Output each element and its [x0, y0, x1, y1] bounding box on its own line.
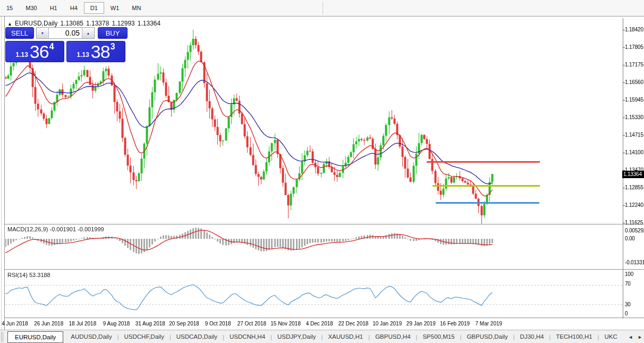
- timeframe-h1[interactable]: H1: [44, 2, 64, 14]
- price-tick-label: 1.12240: [625, 202, 643, 208]
- price-tick-label: 1.17175: [625, 62, 643, 68]
- tab-scroll-right-icon[interactable]: ►: [638, 334, 642, 340]
- macd-axis-label: 0.00: [625, 236, 635, 241]
- tab-scroll-left-icon[interactable]: ◄: [628, 334, 633, 340]
- macd-axis-label: -0.01331: [625, 260, 644, 265]
- price-tick-label: 1.14715: [625, 132, 643, 138]
- mt4-terminal: 15M30H1H4D1W1MN ▲EURUSD,Daily1.130851.13…: [0, 0, 644, 343]
- price-tick-label: 1.17805: [625, 44, 643, 50]
- rsi-axis-label: 70: [625, 281, 631, 287]
- sell-button[interactable]: SELL: [5, 27, 34, 39]
- tab-sp500-m15[interactable]: SP500,M15: [417, 331, 460, 343]
- sell-price-button[interactable]: 1.13 36 4: [5, 41, 64, 62]
- date-tick-label: 26 Jun 2018: [34, 321, 63, 327]
- sell-price-prefix: 1.13: [15, 51, 28, 58]
- tab-usdjpy-daily[interactable]: USDJPY,Daily: [272, 331, 321, 343]
- tab-eurusd-daily[interactable]: EURUSD,Daily: [7, 331, 63, 343]
- tab-tech100-h1[interactable]: TECH100,H1: [550, 331, 597, 343]
- timeframe-d1[interactable]: D1: [84, 2, 104, 14]
- date-tick-label: 9 Oct 2018: [205, 321, 231, 327]
- tab-gbpusd-daily[interactable]: GBPUSD,Daily: [461, 331, 513, 343]
- buy-price-big: 38: [91, 41, 110, 62]
- date-tick-label: 31 Aug 2018: [135, 321, 165, 327]
- ohlc-high: 1.13378: [86, 20, 109, 27]
- buy-price-button[interactable]: 1.13 38 3: [66, 41, 125, 62]
- rsi-axis-label: 100: [625, 271, 633, 277]
- date-tick-label: 22 Dec 2018: [338, 321, 369, 327]
- ohlc-open: 1.13085: [61, 20, 83, 27]
- rsi-axis-label: 0: [625, 311, 628, 316]
- macd-axis-label: 0.005292: [625, 228, 644, 233]
- current-price-badge: 1.13364: [622, 171, 644, 178]
- timeframe-15[interactable]: 15: [0, 2, 19, 14]
- timeframe-w1[interactable]: W1: [104, 2, 126, 14]
- sell-price-pip: 4: [49, 42, 54, 52]
- timeframe-mn[interactable]: MN: [125, 2, 147, 14]
- date-tick-label: 29 Jan 2019: [406, 321, 436, 327]
- macd-label: MACD(12,26,9) -0.001901 -0.001999: [7, 226, 104, 232]
- ohlc-low: 1.12993: [112, 20, 134, 27]
- rsi-indicator-canvas[interactable]: [5, 270, 623, 318]
- volume-input[interactable]: [49, 28, 82, 38]
- price-tick-label: 1.14100: [625, 149, 643, 155]
- price-tick-label: 1.11625: [625, 220, 643, 225]
- panel-splitter[interactable]: [5, 269, 644, 270]
- window-edge: [1, 16, 2, 330]
- date-tick-label: 7 Mar 2019: [476, 321, 503, 327]
- panel-splitter: [5, 317, 644, 319]
- timeframe-h4[interactable]: H4: [64, 2, 84, 14]
- price-tick-label: 1.15945: [625, 97, 643, 103]
- price-tick-label: 1.15330: [625, 114, 643, 120]
- tab-usdchf-daily[interactable]: USDCHF,Daily: [119, 331, 170, 343]
- tab-gbpusd-h4[interactable]: GBPUSD,H4: [370, 331, 416, 343]
- window-edge: [4, 16, 5, 330]
- date-tick-label: 4 Dec 2018: [306, 321, 333, 327]
- tab-xauusd-h1[interactable]: XAUUSD,H1: [323, 331, 368, 343]
- tab-scroll-arrows: ◄ ►: [625, 330, 642, 343]
- chart-tab-bar: EURUSD,DailyAUDUSD,Daily|USDCHF,Daily|US…: [0, 330, 644, 343]
- chart-symbol-label: EURUSD,Daily: [15, 20, 58, 27]
- date-tick-label: 20 Sep 2018: [169, 321, 199, 327]
- date-tick-label: 9 Aug 2018: [103, 321, 130, 327]
- price-tick-label: 1.18420: [625, 27, 643, 32]
- ohlc-close: 1.13364: [138, 20, 160, 27]
- tab-usdcnh-h4[interactable]: USDCNH,H4: [224, 331, 270, 343]
- chart-title: ▲EURUSD,Daily1.130851.133781.129931.1336…: [7, 20, 163, 27]
- buy-price-prefix: 1.13: [77, 51, 89, 58]
- tab-dj30-h4[interactable]: DJ30,H4: [515, 331, 549, 343]
- tab-usdcad-daily[interactable]: USDCAD,Daily: [171, 331, 223, 343]
- date-tick-label: 18 Jul 2018: [69, 321, 97, 327]
- date-tick-label: 4 Jun 2018: [2, 321, 28, 327]
- tab-ukc[interactable]: UKC: [599, 331, 622, 343]
- chart-window[interactable]: ▲EURUSD,Daily1.130851.133781.129931.1336…: [0, 16, 644, 330]
- rsi-axis-label: 30: [625, 302, 631, 307]
- panel-splitter[interactable]: [5, 224, 644, 225]
- timeframe-m30[interactable]: M30: [19, 2, 43, 14]
- volume-decrease-button[interactable]: ▼: [37, 28, 49, 38]
- date-tick-label: 27 Oct 2018: [238, 321, 266, 327]
- buy-button[interactable]: BUY: [98, 27, 128, 39]
- date-tick-label: 15 Nov 2018: [270, 321, 301, 327]
- buy-price-pip: 3: [111, 42, 115, 52]
- tabbar-grip: [1, 332, 2, 342]
- volume-increase-button[interactable]: ▲: [82, 28, 94, 38]
- price-tick-label: 1.12855: [625, 185, 643, 190]
- volume-stepper: ▼ ▲: [36, 27, 95, 39]
- chart-marker-icon: ▲: [7, 21, 12, 27]
- rsi-label: RSI(14) 53.3188: [7, 272, 50, 278]
- price-axis-border: [623, 18, 623, 319]
- date-tick-label: 16 Feb 2019: [440, 321, 470, 327]
- tab-audusd-daily[interactable]: AUDUSD,Daily: [65, 331, 117, 343]
- price-tick-label: 1.16560: [625, 79, 643, 85]
- timeframe-toolbar: 15M30H1H4D1W1MN: [0, 0, 644, 16]
- one-click-trading-panel: SELL ▼ ▲ BUY 1.13 36 4 1.13 38 3: [5, 27, 128, 63]
- date-tick-label: 10 Jan 2019: [372, 321, 402, 327]
- sell-price-big: 36: [30, 41, 49, 62]
- toolbar-separator: [323, 2, 323, 14]
